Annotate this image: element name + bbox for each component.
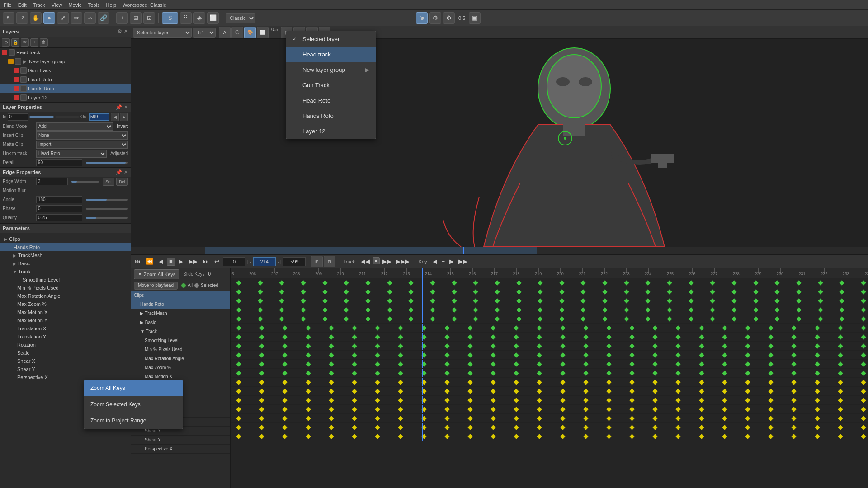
keyframe-diamond[interactable] (699, 371, 704, 375)
keyframe-diamond[interactable] (473, 316, 478, 321)
keyframe-diamond[interactable] (710, 307, 715, 312)
keyframe-diamond[interactable] (861, 407, 866, 412)
keyframe-diamond[interactable] (560, 352, 565, 357)
keyframe-diamond[interactable] (444, 389, 449, 394)
keyframe-diamond[interactable] (722, 434, 727, 439)
keyframe-diamond[interactable] (653, 371, 658, 375)
keyframe-diamond[interactable] (409, 298, 414, 303)
keyframe-diamond[interactable] (745, 434, 750, 439)
keyframe-diamond[interactable] (653, 361, 658, 366)
param-trans-x[interactable]: Translation X (0, 324, 131, 333)
keyframe-diamond[interactable] (861, 425, 866, 430)
keyframe-diamond[interactable] (753, 316, 758, 321)
keyframe-diamond[interactable] (514, 434, 519, 439)
keyframe-diamond[interactable] (840, 289, 844, 294)
keyframe-diamond[interactable] (840, 307, 844, 312)
keyframe-diamond[interactable] (514, 371, 519, 375)
keyframe-diamond[interactable] (624, 316, 629, 321)
bezier-tool[interactable]: ⟡ (84, 12, 96, 24)
menu-tools[interactable]: Tools (88, 2, 100, 8)
keyframe-diamond[interactable] (375, 380, 380, 385)
keyframe-diamond[interactable] (322, 307, 327, 312)
keyframe-diamond[interactable] (581, 298, 586, 303)
keyframe-diamond[interactable] (581, 316, 586, 321)
keyframe-diamond[interactable] (516, 307, 521, 312)
keyframe-diamond[interactable] (514, 389, 519, 394)
menu-help[interactable]: Help (106, 2, 116, 8)
keyframe-diamond[interactable] (840, 298, 844, 303)
keyframe-diamond[interactable] (398, 334, 403, 339)
keyframe-diamond[interactable] (775, 316, 780, 321)
keyframe-diamond[interactable] (792, 343, 797, 348)
keyframe-diamond[interactable] (236, 416, 241, 421)
keyframe-diamond[interactable] (775, 298, 780, 303)
keyframe-diamond[interactable] (236, 352, 241, 357)
keyframe-diamond[interactable] (491, 325, 495, 330)
keyframe-diamond[interactable] (259, 425, 264, 430)
tl-row-maxrot[interactable]: Max Rotation Angle (131, 354, 230, 363)
keyframe-diamond[interactable] (583, 352, 588, 357)
keyframe-diamond[interactable] (279, 280, 284, 285)
layer-vis-3[interactable] (20, 76, 27, 83)
keyframe-diamond[interactable] (792, 361, 797, 366)
step-back-btn[interactable]: ◀ (157, 257, 165, 266)
layer-cog-btn[interactable]: ⚙ (2, 38, 10, 47)
keyframe-diamond[interactable] (581, 289, 586, 294)
keyframe-diamond[interactable] (467, 389, 472, 394)
keyframe-diamond[interactable] (375, 343, 380, 348)
keyframe-diamond[interactable] (236, 316, 241, 321)
keyframe-diamond[interactable] (514, 407, 519, 412)
quality-input[interactable] (36, 214, 82, 221)
keyframe-diamond[interactable] (514, 325, 519, 330)
keyframe-diamond[interactable] (653, 407, 658, 412)
keyframe-diamond[interactable] (653, 434, 658, 439)
keyframe-diamond[interactable] (444, 407, 449, 412)
keyframe-diamond[interactable] (667, 316, 672, 321)
param-max-rotation[interactable]: Max Rotation Angle (0, 292, 131, 300)
keyframe-diamond[interactable] (653, 416, 658, 421)
keyframe-diamond[interactable] (375, 389, 380, 394)
keyframe-diamond[interactable] (283, 334, 288, 339)
keyframe-diamond[interactable] (560, 434, 565, 439)
keyframe-diamond[interactable] (467, 371, 472, 375)
layer-item-hands-roto[interactable]: Hands Roto (0, 84, 131, 93)
keyframe-diamond[interactable] (792, 371, 797, 375)
keyframe-diamond[interactable] (676, 389, 681, 394)
keyframe-diamond[interactable] (653, 352, 658, 357)
keyframe-diamond[interactable] (495, 280, 500, 285)
keyframe-diamond[interactable] (769, 407, 774, 412)
keyframe-diamond[interactable] (306, 389, 311, 394)
keyframe-diamond[interactable] (365, 298, 370, 303)
keyframe-diamond[interactable] (283, 407, 288, 412)
pan-tool[interactable]: ✋ (30, 12, 42, 24)
tl-row-basic[interactable]: ▶ Basic (131, 318, 230, 327)
keyframe-diamond[interactable] (583, 361, 588, 366)
param-basic[interactable]: ▶ Basic (0, 259, 131, 267)
keyframe-diamond[interactable] (430, 316, 435, 321)
color-picker-btn[interactable]: ⚙ (429, 12, 441, 24)
keyframe-diamond[interactable] (796, 280, 801, 285)
keyframe-diamond[interactable] (838, 325, 843, 330)
keyframe-diamond[interactable] (495, 289, 500, 294)
keyframe-diamond[interactable] (606, 343, 611, 348)
keyframe-diamond[interactable] (667, 289, 672, 294)
fullscreen-btn[interactable]: ▣ (469, 12, 481, 24)
keyframe-diamond[interactable] (699, 334, 704, 339)
keyframe-diamond[interactable] (236, 298, 241, 303)
keyframe-diamond[interactable] (491, 352, 495, 357)
link-track-dropdown[interactable]: Head Roto (36, 150, 107, 158)
keyframe-diamond[interactable] (444, 361, 449, 366)
keyframe-diamond[interactable] (699, 389, 704, 394)
keyframe-diamond[interactable] (283, 361, 288, 366)
layer-vis-2[interactable] (20, 67, 27, 74)
keyframe-diamond[interactable] (444, 343, 449, 348)
in-out-btn2[interactable]: ▶ (120, 113, 128, 121)
keyframe-diamond[interactable] (283, 389, 288, 394)
keyframe-diamond[interactable] (259, 343, 264, 348)
keyframe-diamond[interactable] (259, 371, 264, 375)
keyframe-diamond[interactable] (583, 371, 588, 375)
keyframe-diamond[interactable] (452, 280, 457, 285)
keyframe-diamond[interactable] (387, 316, 392, 321)
keyframe-diamond[interactable] (583, 334, 588, 339)
keyframe-diamond[interactable] (352, 352, 357, 357)
